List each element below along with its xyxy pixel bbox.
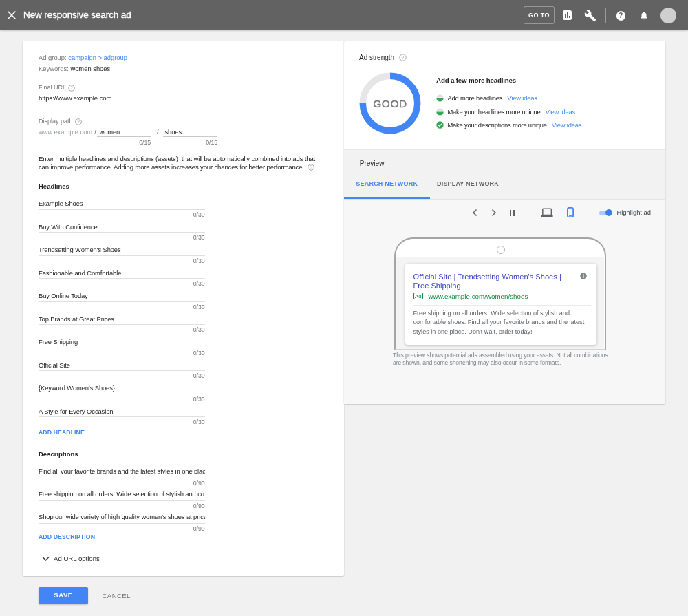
svg-text:?: ? (310, 164, 312, 169)
svg-text:?: ? (70, 85, 73, 90)
svg-text:?: ? (402, 55, 405, 60)
svg-text:?: ? (77, 119, 80, 124)
